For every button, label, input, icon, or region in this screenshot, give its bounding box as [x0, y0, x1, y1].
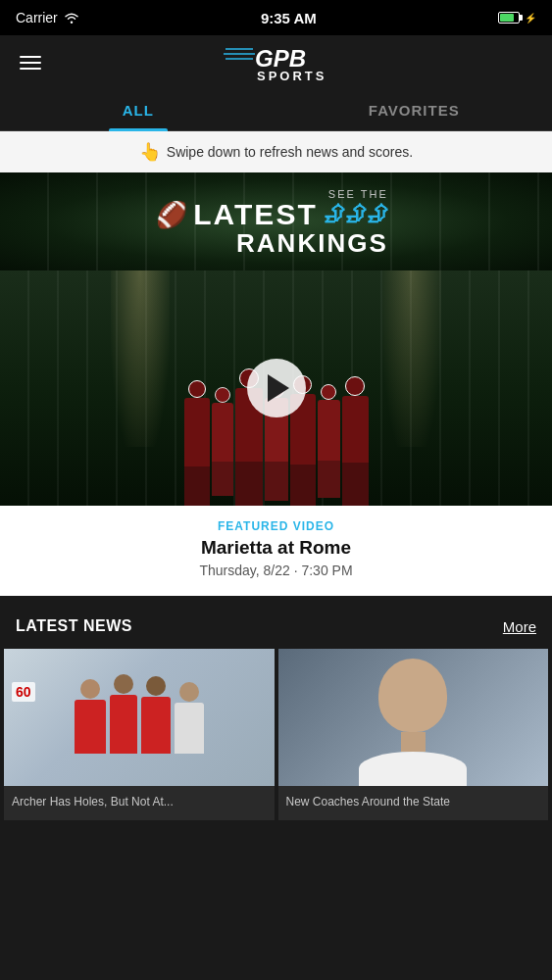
wifi-icon	[64, 12, 79, 24]
rankings-content: SEE THE 🏈 LATEST ⮵⮵⮵ RANKINGS	[156, 188, 395, 256]
video-date: Thursday, 8/22 · 7:30 PM	[20, 563, 532, 578]
rankings-arrows: ⮵⮵⮵	[324, 202, 388, 227]
person-1	[75, 679, 106, 754]
svg-text:SPORTS: SPORTS	[257, 69, 326, 83]
person-3	[141, 676, 171, 754]
svg-text:GPB: GPB	[255, 45, 306, 72]
rankings-banner[interactable]: SEE THE 🏈 LATEST ⮵⮵⮵ RANKINGS	[0, 172, 552, 270]
jersey-number-60: 60	[12, 682, 35, 702]
featured-label: FEATURED VIDEO	[20, 519, 532, 533]
app-header: GPB SPORTS	[0, 35, 552, 90]
featured-video-section: FEATURED VIDEO Marietta at Rome Thursday…	[0, 270, 552, 596]
play-button[interactable]	[247, 359, 306, 417]
play-triangle	[268, 374, 289, 402]
battery-bolt: ⚡	[525, 13, 536, 24]
news-caption-2: New Coaches Around the State	[278, 786, 549, 820]
person-2	[110, 674, 137, 754]
helmet-icon: 🏈	[156, 200, 187, 230]
battery-icon	[498, 12, 520, 24]
news-header: LATEST NEWS More	[0, 604, 552, 649]
news-header-title: LATEST NEWS	[16, 617, 132, 635]
swipe-hint-bar: 👆 Swipe down to refresh news and scores.	[0, 131, 552, 172]
more-link[interactable]: More	[503, 618, 536, 635]
video-player[interactable]	[0, 270, 552, 506]
news-grid: 60	[0, 649, 552, 824]
news-item-2[interactable]: New Coaches Around the State	[278, 649, 549, 820]
person-4	[175, 682, 204, 754]
status-time: 9:35 AM	[261, 10, 317, 26]
rankings-see-the: SEE THE	[328, 188, 388, 200]
video-title: Marietta at Rome	[20, 537, 532, 559]
video-info: FEATURED VIDEO Marietta at Rome Thursday…	[0, 506, 552, 596]
latest-news-section: LATEST NEWS More 60	[0, 604, 552, 824]
nav-tabs: ALL FAVORITES	[0, 90, 552, 131]
news-thumb-1: 60	[4, 649, 275, 786]
swipe-hint-text: Swipe down to refresh news and scores.	[167, 144, 413, 160]
gpb-sports-logo: GPB SPORTS	[198, 41, 355, 84]
status-carrier: Carrier	[16, 10, 79, 25]
news-item-1[interactable]: 60	[4, 649, 275, 820]
rankings-subtitle: RANKINGS	[236, 230, 388, 256]
tab-all[interactable]: ALL	[0, 90, 276, 130]
menu-button[interactable]	[20, 56, 41, 70]
news-caption-1: Archer Has Holes, But Not At...	[4, 786, 275, 820]
status-battery: ⚡	[498, 12, 536, 24]
news-thumb-2	[278, 649, 549, 786]
man-portrait	[359, 659, 467, 786]
app-logo: GPB SPORTS	[198, 41, 355, 84]
status-bar: Carrier 9:35 AM ⚡	[0, 0, 552, 35]
tab-favorites[interactable]: FAVORITES	[276, 90, 553, 130]
rankings-title: LATEST	[193, 200, 317, 229]
hand-icon: 👆	[139, 141, 161, 163]
